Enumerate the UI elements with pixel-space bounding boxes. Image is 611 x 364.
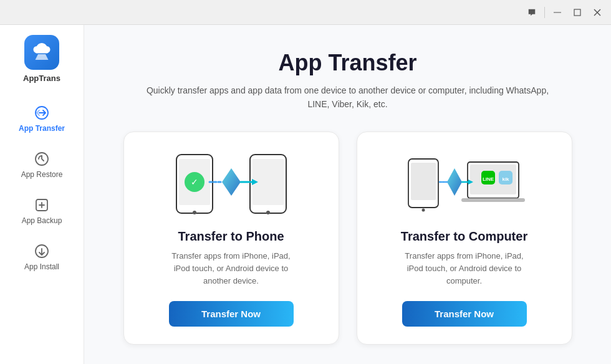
- install-icon: [33, 242, 51, 260]
- computer-card-desc: Transfer apps from iPhone, iPad, iPod to…: [399, 250, 530, 287]
- separator: [544, 7, 545, 18]
- svg-marker-16: [222, 168, 241, 196]
- backup-label: App Backup: [22, 216, 62, 225]
- page-description: Quickly transfer apps and app data from …: [142, 84, 554, 112]
- phone-card-title: Transfer to Phone: [178, 229, 284, 244]
- sidebar-item-app-install[interactable]: App Install: [4, 235, 80, 279]
- svg-point-10: [193, 211, 196, 214]
- main-content: App Transfer Quickly transfer apps and a…: [84, 25, 611, 364]
- install-label: App Install: [24, 262, 59, 271]
- svg-rect-0: [554, 12, 561, 12]
- sidebar-item-app-transfer[interactable]: App Transfer: [4, 97, 80, 140]
- phone-to-computer-illustration: LINE kik: [402, 150, 527, 218]
- restore-icon: [33, 150, 51, 168]
- minimize-button[interactable]: [549, 4, 566, 21]
- sidebar: AppTrans App Transfer App Restore: [0, 25, 84, 364]
- transfer-icon: [33, 104, 51, 122]
- svg-rect-19: [411, 163, 436, 200]
- svg-point-13: [266, 211, 270, 214]
- svg-text:✓: ✓: [191, 177, 198, 187]
- title-bar: [0, 0, 611, 25]
- computer-card-title: Transfer to Computer: [401, 229, 527, 244]
- cards-row: ✓: [123, 132, 572, 345]
- phone-transfer-card: ✓: [123, 132, 339, 345]
- phone-transfer-button[interactable]: Transfer Now: [169, 301, 294, 327]
- phone-card-desc: Transfer apps from iPhone, iPad, iPod to…: [166, 250, 297, 287]
- computer-transfer-card: LINE kik: [357, 132, 572, 345]
- app-body: AppTrans App Transfer App Restore: [0, 25, 611, 364]
- restore-label: App Restore: [21, 170, 63, 179]
- computer-transfer-button[interactable]: Transfer Now: [402, 301, 527, 327]
- close-button[interactable]: [589, 4, 606, 21]
- app-logo: [24, 35, 59, 70]
- svg-text:kik: kik: [502, 176, 509, 182]
- page-title: App Transfer: [278, 50, 416, 76]
- phone-to-phone-illustration: ✓: [169, 150, 294, 218]
- sidebar-item-app-restore[interactable]: App Restore: [4, 143, 80, 186]
- backup-icon: [33, 196, 51, 214]
- svg-rect-23: [461, 198, 525, 202]
- window-controls: [523, 4, 606, 21]
- svg-point-20: [421, 208, 425, 211]
- app-name-label: AppTrans: [23, 74, 60, 83]
- transfer-label: App Transfer: [19, 124, 65, 133]
- maximize-button[interactable]: [569, 4, 586, 21]
- message-button[interactable]: [523, 4, 541, 21]
- sidebar-item-app-backup[interactable]: App Backup: [4, 189, 80, 232]
- svg-marker-28: [447, 168, 462, 196]
- svg-text:LINE: LINE: [482, 176, 494, 182]
- svg-rect-1: [574, 9, 580, 16]
